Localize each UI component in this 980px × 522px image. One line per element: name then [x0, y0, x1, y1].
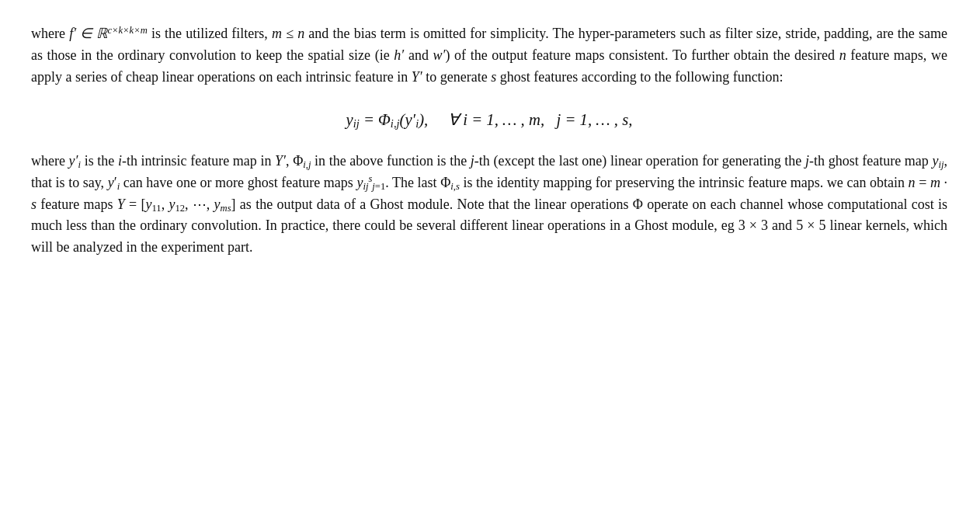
paragraph-1: where f′ ∈ ℝc×k×k×m is the utilized filt…: [31, 23, 947, 89]
equation-text: yij = Φi,j(y′i), ∀ i = 1, … , m, j = 1, …: [346, 111, 633, 128]
equation-block: yij = Φi,j(y′i), ∀ i = 1, … , m, j = 1, …: [31, 107, 947, 132]
paragraph-2: where y′i is the i-th intrinsic feature …: [31, 151, 947, 259]
content-block: where f′ ∈ ℝc×k×k×m is the utilized filt…: [31, 23, 947, 259]
math-f-prime: f′ ∈ ℝc×k×k×m: [69, 26, 148, 41]
